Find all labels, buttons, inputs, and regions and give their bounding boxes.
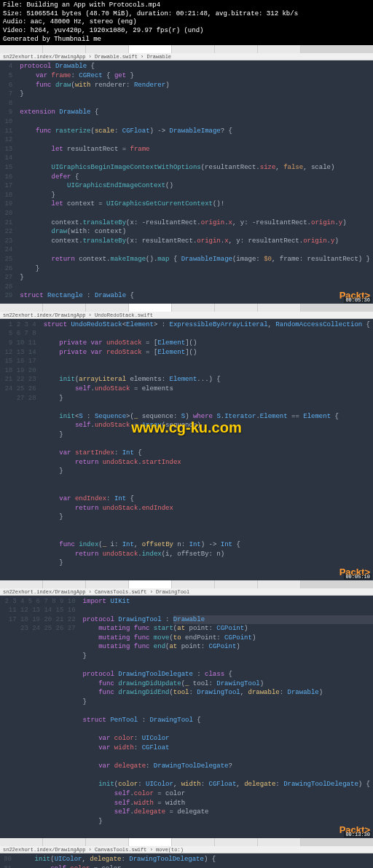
header-video: Video: h264, yuv420p, 1920x1080, 29.97 f… (3, 27, 370, 36)
tab[interactable] (86, 580, 129, 588)
thumbnail-panel: sn22exhort.index/DrawingApp › UndoRedoSt… (0, 304, 373, 579)
thumbnail-panel: sn22exhort.index/DrawingApp › Drawable.s… (0, 45, 373, 301)
tab[interactable] (258, 304, 301, 312)
tab[interactable] (0, 45, 43, 53)
tab-bar (0, 45, 373, 53)
tab[interactable] (258, 45, 301, 53)
tab[interactable] (86, 838, 129, 846)
code-content[interactable]: protocol Drawable { var frame: CGRect { … (17, 60, 373, 301)
code-content[interactable]: init(UIColor, delegate: DrawingToolDeleg… (16, 853, 373, 868)
tab[interactable] (129, 304, 172, 312)
timestamp: 00:13:30 (344, 832, 372, 837)
tab-bar (0, 838, 373, 846)
thumbnail-panel: sn22exhort.index/DrawingApp › CanvasTool… (0, 838, 373, 868)
tab[interactable] (172, 580, 215, 588)
tab[interactable] (172, 838, 215, 846)
tab[interactable] (172, 304, 215, 312)
tab[interactable] (129, 838, 172, 846)
line-gutter: 1 2 3 4 5 6 7 8 9 10 11 12 13 14 15 16 1… (0, 319, 41, 579)
code-content[interactable]: import UIKit protocol DrawingTool : Draw… (80, 596, 373, 837)
code-editor[interactable]: 1 2 3 4 5 6 7 8 9 10 11 12 13 14 15 16 1… (0, 319, 373, 579)
tab[interactable] (43, 45, 86, 53)
timestamp: 00:05:10 (344, 574, 372, 580)
tab[interactable] (129, 45, 172, 53)
header-file: File: Building an App with Protocols.mp4 (3, 1, 370, 10)
header-size: Size: 51065541 bytes (48.70 MiB), durati… (3, 10, 370, 19)
header-gen: Generated by Thumbnail me (3, 36, 370, 44)
tab[interactable] (86, 304, 129, 312)
thumbnail-panel: sn22exhort.index/DrawingApp › CanvasTool… (0, 580, 373, 837)
tab[interactable] (86, 45, 129, 53)
tab[interactable] (215, 838, 258, 846)
tab[interactable] (43, 580, 86, 588)
tab[interactable] (0, 838, 43, 846)
breadcrumb[interactable]: sn22exhort.index/DrawingApp › Drawable.s… (0, 53, 373, 60)
tab-bar (0, 580, 373, 588)
code-editor[interactable]: 2 3 4 5 6 7 8 9 10 11 12 13 14 15 16 17 … (0, 596, 373, 837)
line-gutter: 2 3 4 5 6 7 8 9 10 11 12 13 14 15 16 17 … (0, 596, 80, 837)
breadcrumb[interactable]: sn22exhort.index/DrawingApp › CanvasTool… (0, 588, 373, 596)
code-editor[interactable]: 4 5 6 7 8 9 10 11 12 13 14 15 16 17 18 1… (0, 60, 373, 301)
tab[interactable] (43, 304, 86, 312)
tab[interactable] (215, 580, 258, 588)
tab[interactable] (172, 45, 215, 53)
line-gutter: 80 81 82 83 84 85 86 87 88 89 90 91 92 9… (0, 853, 16, 868)
tab[interactable] (258, 580, 301, 588)
tab[interactable] (43, 838, 86, 846)
tab[interactable] (215, 45, 258, 53)
line-gutter: 4 5 6 7 8 9 10 11 12 13 14 15 16 17 18 1… (0, 60, 17, 301)
tab[interactable] (129, 580, 172, 588)
tab[interactable] (258, 838, 301, 846)
tab[interactable] (0, 304, 43, 312)
code-content[interactable]: struct UndoRedoStack<Element> : Expressi… (41, 319, 373, 579)
breadcrumb[interactable]: sn22exhort.index/DrawingApp › CanvasTool… (0, 846, 373, 853)
tab[interactable] (215, 304, 258, 312)
code-editor[interactable]: 80 81 82 83 84 85 86 87 88 89 90 91 92 9… (0, 853, 373, 868)
breadcrumb[interactable]: sn22exhort.index/DrawingApp › UndoRedoSt… (0, 312, 373, 319)
header-audio: Audio: aac, 48000 Hz, stereo (eng) (3, 18, 370, 27)
tab-bar (0, 304, 373, 312)
tab[interactable] (0, 580, 43, 588)
file-info-header: File: Building an App with Protocols.mp4… (0, 0, 373, 45)
timestamp: 00:05:36 (344, 297, 372, 303)
